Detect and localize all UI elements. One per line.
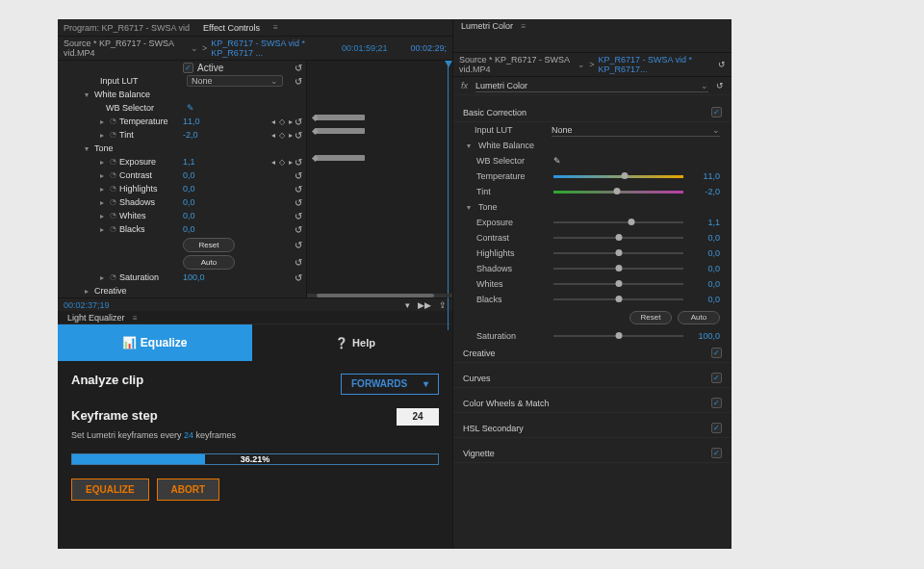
reset-icon[interactable]: ↺: [295, 63, 302, 73]
exposure-slider[interactable]: [553, 221, 683, 223]
export-icon[interactable]: ⇪: [439, 300, 447, 310]
playhead[interactable]: [445, 61, 449, 297]
blacks-value[interactable]: 0,0: [183, 224, 195, 234]
kf-bar-exposure[interactable]: [315, 155, 365, 161]
equalize-big-button[interactable]: 📊 Equalize: [58, 324, 252, 361]
blacks-slider[interactable]: [553, 298, 683, 300]
twisty-icon[interactable]: ▾: [85, 144, 94, 153]
fx-icon[interactable]: fx: [461, 81, 468, 91]
twisty-icon[interactable]: ▸: [100, 212, 110, 220]
effect-controls-tab[interactable]: Effect Controls: [203, 23, 260, 33]
reset-icon[interactable]: ↺: [295, 272, 302, 283]
r-blacks-value[interactable]: 0,0: [691, 295, 720, 304]
source-clip-label[interactable]: KP_R6717 - SWSA vid * KP_R6717 ...: [211, 39, 338, 58]
vignette-section[interactable]: Vignette✓: [453, 444, 732, 463]
panel-menu-icon[interactable]: ≡: [522, 22, 526, 31]
contrast-slider[interactable]: [553, 237, 683, 239]
twisty-icon[interactable]: ▸: [100, 225, 110, 234]
whites-slider[interactable]: [553, 283, 683, 285]
exposure-value[interactable]: 1,1: [183, 157, 195, 167]
twisty-icon[interactable]: ▸: [85, 287, 94, 296]
kf-bar-tint[interactable]: [315, 128, 365, 134]
basic-correction-section[interactable]: Basic Correction ✓: [453, 103, 732, 122]
auto-button[interactable]: Auto: [183, 255, 235, 270]
panel-menu-icon[interactable]: ≡: [133, 314, 138, 323]
help-button[interactable]: ❔ Help: [258, 324, 452, 361]
curves-section[interactable]: Curves✓: [453, 369, 732, 388]
section-checkbox[interactable]: ✓: [711, 448, 722, 458]
hsl-section[interactable]: HSL Secondary✓: [453, 419, 732, 438]
reset-icon[interactable]: ↺: [295, 240, 302, 250]
saturation-slider[interactable]: [553, 335, 683, 337]
stopwatch-icon[interactable]: ◔: [110, 211, 119, 220]
r-auto-button[interactable]: Auto: [678, 311, 720, 324]
active-checkbox[interactable]: ✓: [183, 63, 193, 73]
section-checkbox[interactable]: ✓: [711, 348, 722, 358]
stopwatch-icon[interactable]: ◔: [110, 116, 119, 126]
r-tint-value[interactable]: -2,0: [691, 187, 720, 196]
stopwatch-icon[interactable]: ◔: [110, 170, 119, 180]
temperature-value[interactable]: 11,0: [183, 116, 200, 126]
keyframe-nav[interactable]: ◂ ◇ ▸: [271, 158, 294, 167]
panel-menu-icon[interactable]: ≡: [273, 23, 278, 32]
r-input-lut-select[interactable]: None⌄: [552, 123, 720, 137]
effect-select[interactable]: Lumetri Color⌄: [475, 79, 708, 92]
twisty-icon[interactable]: ▸: [100, 185, 110, 194]
section-checkbox[interactable]: ✓: [711, 373, 722, 383]
r-temperature-value[interactable]: 11,0: [691, 171, 720, 181]
shadows-value[interactable]: 0,0: [183, 197, 195, 207]
tint-value[interactable]: -2,0: [183, 130, 198, 140]
scroll-thumb[interactable]: [317, 294, 434, 297]
creative-section[interactable]: Creative✓: [453, 344, 732, 363]
chevron-down-icon[interactable]: ⌄: [578, 60, 585, 69]
keyframe-nav[interactable]: ◂ ◇ ▸: [271, 117, 294, 126]
saturation-value[interactable]: 100,0: [183, 272, 205, 282]
creative-group[interactable]: ▸ Creative: [58, 284, 306, 297]
whites-value[interactable]: 0,0: [183, 211, 195, 220]
reset-icon[interactable]: ↺: [295, 224, 302, 235]
twisty-icon[interactable]: ▸: [100, 117, 110, 126]
reset-icon[interactable]: ↺: [295, 197, 302, 208]
filter-icon[interactable]: ▾: [405, 300, 410, 310]
twisty-icon[interactable]: ▸: [100, 131, 110, 140]
shadows-slider[interactable]: [553, 268, 683, 270]
stopwatch-icon[interactable]: ◔: [110, 130, 119, 140]
chevron-down-icon[interactable]: ⌄: [191, 43, 198, 53]
reset-icon[interactable]: ↺: [295, 130, 302, 141]
twisty-icon[interactable]: ▾: [85, 91, 94, 99]
r-saturation-value[interactable]: 100,0: [691, 331, 720, 341]
stopwatch-icon[interactable]: ◔: [110, 184, 119, 194]
timecode[interactable]: 00:02:37;19: [64, 300, 110, 310]
stopwatch-icon[interactable]: ◔: [110, 272, 119, 282]
scroll-track[interactable]: [307, 294, 452, 297]
eyedropper-icon[interactable]: ✎: [187, 103, 194, 113]
r-highlights-value[interactable]: 0,0: [691, 248, 720, 258]
r-white-balance-group[interactable]: ▾ White Balance: [453, 138, 732, 153]
tone-group[interactable]: ▾ Tone: [58, 142, 306, 155]
reset-icon[interactable]: ↺: [716, 81, 724, 91]
lumetri-source-clip[interactable]: KP_R6717 - SWSA vid * KP_R6717...: [599, 55, 714, 74]
twisty-icon[interactable]: ▾: [467, 142, 475, 150]
r-contrast-value[interactable]: 0,0: [691, 233, 720, 243]
stopwatch-icon[interactable]: ◔: [110, 157, 119, 167]
white-balance-group[interactable]: ▾ White Balance: [58, 88, 306, 101]
keyframe-column[interactable]: [306, 61, 452, 297]
section-checkbox[interactable]: ✓: [711, 423, 722, 433]
keyframe-step-input[interactable]: 24: [397, 408, 439, 426]
reset-icon[interactable]: ↺: [718, 60, 726, 69]
r-shadows-value[interactable]: 0,0: [691, 264, 720, 273]
stopwatch-icon[interactable]: ◔: [110, 197, 119, 207]
reset-icon[interactable]: ↺: [295, 116, 302, 127]
section-checkbox[interactable]: ✓: [711, 107, 722, 117]
highlights-slider[interactable]: [553, 252, 683, 254]
contrast-value[interactable]: 0,0: [183, 170, 195, 180]
stopwatch-icon[interactable]: ◔: [110, 224, 119, 234]
r-exposure-value[interactable]: 1,1: [691, 218, 720, 227]
highlights-value[interactable]: 0,0: [183, 184, 195, 194]
direction-select[interactable]: FORWARDS ▾: [341, 374, 439, 395]
light-equalizer-tab[interactable]: Light Equalizer ≡: [58, 311, 452, 324]
reset-icon[interactable]: ↺: [295, 184, 302, 194]
r-tone-group[interactable]: ▾ Tone: [453, 199, 732, 215]
r-whites-value[interactable]: 0,0: [691, 279, 720, 289]
eyedropper-icon[interactable]: ✎: [553, 156, 561, 166]
